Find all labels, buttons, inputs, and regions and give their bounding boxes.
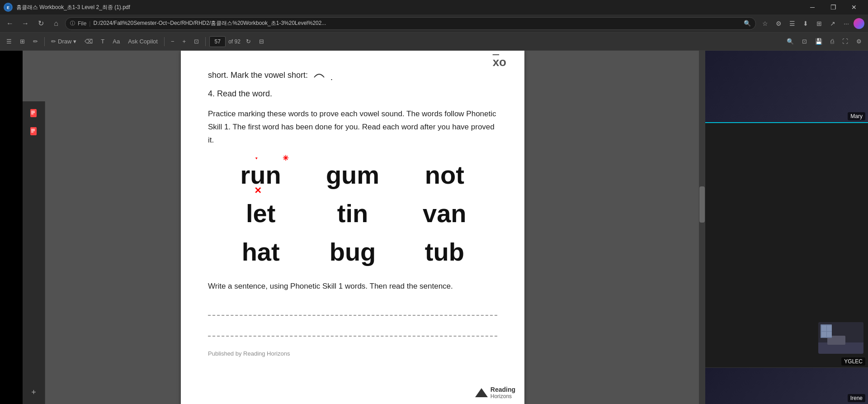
write-section: Write a sentence, using Phonetic Skill 1… xyxy=(208,280,497,337)
address-text[interactable]: D:/2024/Fall%20Semester-Oct~Dec/RHD/RHD2… xyxy=(93,19,741,27)
file-label: File xyxy=(78,20,86,27)
info-icon: ⓘ xyxy=(70,20,75,27)
format-icon: Aa xyxy=(113,38,120,45)
toolbar-separator-1 xyxy=(44,37,45,46)
window-controls[interactable]: ─ ❐ ✕ xyxy=(802,0,864,14)
thumbnails-icon: ⊞ xyxy=(20,38,25,45)
minimize-button[interactable]: ─ xyxy=(802,0,823,14)
draw-icon: ✏ xyxy=(51,38,56,45)
settings-button[interactable]: ⚙ xyxy=(772,17,785,30)
sidebar-toggle-button[interactable]: ☰ xyxy=(4,35,14,48)
scrollbar-thumb[interactable] xyxy=(699,186,705,223)
back-button[interactable]: ← xyxy=(4,17,16,30)
share-button[interactable]: ↗ xyxy=(826,17,839,30)
gum-text: gum xyxy=(326,160,379,190)
tub-text: tub xyxy=(425,237,464,266)
right-panel: Mary xyxy=(705,51,868,404)
svg-rect-15 xyxy=(827,325,832,331)
step-4: 4. Read the word. xyxy=(208,89,497,99)
download-button[interactable]: ⬇ xyxy=(799,17,812,30)
video-thumb-inner xyxy=(818,322,863,354)
asterisk-mark: ✳ xyxy=(283,154,288,162)
svg-rect-6 xyxy=(30,127,37,135)
hat-text: hat xyxy=(242,237,280,266)
sidebar-icon: ☰ xyxy=(6,38,12,45)
word-bug: bug xyxy=(309,237,396,266)
svg-rect-17 xyxy=(827,332,832,337)
top-text: short. Mark the vowel short: xyxy=(208,69,308,82)
format-button[interactable]: Aa xyxy=(110,35,123,48)
erase-button[interactable]: ⌫ xyxy=(82,35,95,48)
text-icon: T xyxy=(101,38,104,45)
page-footer: Published by Reading Horizons Reading Ho… xyxy=(208,346,497,357)
extensions-button[interactable]: ⊞ xyxy=(813,17,826,30)
view-button[interactable]: ⊡ xyxy=(799,35,810,48)
add-button[interactable]: + xyxy=(26,384,42,400)
writing-line-2 xyxy=(208,323,497,337)
bug-text: bug xyxy=(330,237,376,266)
find-button[interactable]: 🔍 xyxy=(784,35,797,48)
word-let: let xyxy=(217,199,304,228)
svg-rect-5 xyxy=(31,114,33,114)
ask-copilot-button[interactable]: Ask Copilot xyxy=(125,35,160,48)
words-grid: run ˑ ✳ ✕ gum not let xyxy=(217,160,488,266)
reading-horizons-logo: Reading Horizons xyxy=(475,386,515,399)
logo-text-1: Reading xyxy=(491,386,515,393)
word-run: run ˑ ✳ ✕ xyxy=(217,160,304,190)
irene-name-label: Irene xyxy=(848,394,865,402)
participant-irene: Irene xyxy=(705,368,868,404)
pdf-toolbar: ☰ ⊞ ✏ ✏ Draw ▾ ⌫ T Aa Ask Copilot − + ⊡ … xyxy=(0,33,868,51)
zoom-in-button[interactable]: + xyxy=(180,35,189,48)
save-button[interactable]: 💾 xyxy=(812,35,825,48)
collections-button[interactable]: ☰ xyxy=(786,17,798,30)
fit-button[interactable]: ⊡ xyxy=(191,35,202,48)
address-bar[interactable]: ⓘ File | D:/2024/Fall%20Semester-Oct~Dec… xyxy=(65,17,756,30)
forward-button[interactable]: → xyxy=(19,17,32,30)
more-button[interactable]: ··· xyxy=(840,17,853,30)
tin-text: tin xyxy=(337,199,368,228)
svg-rect-16 xyxy=(821,332,826,337)
logo-text-2: Horizons xyxy=(491,393,515,399)
split-button[interactable]: ⊟ xyxy=(256,35,267,48)
word-not: not xyxy=(401,160,488,190)
home-button[interactable]: ⌂ xyxy=(50,17,62,30)
search-icon[interactable]: 🔍 xyxy=(744,20,751,27)
rotate-button[interactable]: ↻ xyxy=(243,35,254,48)
print-button[interactable]: ⎙ xyxy=(828,35,837,48)
pdf-scrollbar[interactable] xyxy=(699,51,705,404)
profile-avatar[interactable] xyxy=(854,18,864,29)
page-number-input[interactable] xyxy=(209,36,226,47)
toolbar-right-buttons: ☆ ⚙ ☰ ⬇ ⊞ ↗ ··· xyxy=(759,17,864,30)
draw-label: Draw xyxy=(58,38,71,45)
not-text: not xyxy=(425,160,464,190)
zoom-out-button[interactable]: − xyxy=(168,35,177,48)
svg-rect-4 xyxy=(31,112,35,113)
participant-mary: Mary xyxy=(705,51,868,123)
toolbar-separator-2 xyxy=(164,37,165,46)
x-mark: ✕ xyxy=(254,185,262,196)
fullscreen-button[interactable]: ⛶ xyxy=(840,35,851,48)
sidebar-pdf-icon-2[interactable] xyxy=(26,123,42,139)
annotation-icon: ✏ xyxy=(33,38,38,45)
maximize-button[interactable]: ❐ xyxy=(823,0,844,14)
page-total-label: of 92 xyxy=(228,38,241,45)
address-separator: | xyxy=(89,20,90,27)
svg-rect-3 xyxy=(31,111,35,112)
top-instruction: short. Mark the vowel short: . xo xyxy=(208,69,497,86)
text-button[interactable]: T xyxy=(98,35,107,48)
sidebar-pdf-icon-1[interactable] xyxy=(26,105,42,121)
svg-rect-8 xyxy=(31,130,35,131)
refresh-button[interactable]: ↻ xyxy=(34,17,47,30)
annotation-button[interactable]: ✏ xyxy=(30,35,41,48)
toolbar-separator-3 xyxy=(205,37,206,46)
word-van: van xyxy=(401,199,488,228)
more-tools-button[interactable]: ⚙ xyxy=(854,35,864,48)
close-button[interactable]: ✕ xyxy=(844,0,864,14)
star-button[interactable]: ☆ xyxy=(759,17,771,30)
svg-rect-2 xyxy=(30,109,37,117)
word-tub: tub xyxy=(401,237,488,266)
word-run-text: run ˑ ✳ ✕ xyxy=(241,160,281,190)
participant-yglec: YGLEC xyxy=(705,123,868,368)
thumbnails-button[interactable]: ⊞ xyxy=(17,35,28,48)
draw-button[interactable]: ✏ Draw ▾ xyxy=(48,35,79,48)
